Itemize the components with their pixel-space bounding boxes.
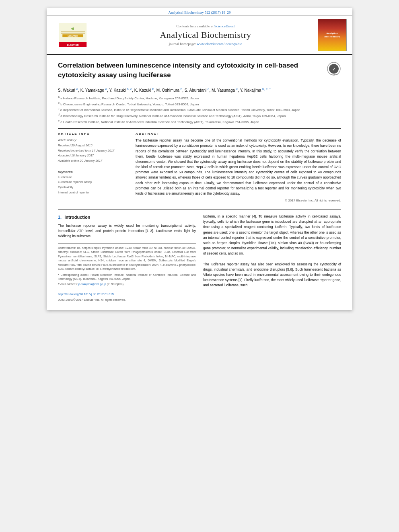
abbreviations-label: Abbreviations: bbox=[58, 246, 77, 249]
history-label: Article history: bbox=[58, 138, 128, 143]
body-col-right: luciferin, in a specific manner [4]. To … bbox=[203, 214, 341, 302]
authors: S. Wakuri a, K. Yamakage a, Y. Kazuki b,… bbox=[58, 87, 341, 92]
body-section: 1. Introduction The luciferase reporter … bbox=[58, 210, 341, 302]
corresponding-text: * Corresponding author. Health Research … bbox=[58, 273, 196, 281]
issn-notice: 0003-2697/© 2017 Elsevier Inc. All right… bbox=[58, 298, 196, 302]
journal-title-area: Contents lists available at ScienceDirec… bbox=[95, 19, 316, 51]
abstract-text: The luciferase reporter assay has become… bbox=[136, 138, 341, 196]
contents-available: Contents lists available at ScienceDirec… bbox=[99, 24, 312, 28]
affiliation-b: b b Chromosome Engineering Research Cent… bbox=[58, 101, 341, 107]
email-label: E-mail address: bbox=[58, 283, 78, 286]
homepage-link[interactable]: www.elsevier.com/locate/yabio bbox=[197, 42, 242, 46]
body-col-left: 1. Introduction The luciferase reporter … bbox=[58, 214, 196, 302]
keyword-4: Internal control reporter bbox=[58, 190, 128, 195]
keyword-2: Luciferase reporter assay bbox=[58, 180, 128, 185]
svg-rect-2 bbox=[61, 31, 85, 32]
journal-header: 🌿 ELSEVIER ELSEVIER Contents lists avail… bbox=[47, 16, 352, 55]
doi-url[interactable]: http://dx.doi.org/10.1016/j.ab.2017.01.0… bbox=[58, 292, 114, 296]
abbreviations-text: TK, herpes simplex thymidine kinase; SV4… bbox=[58, 246, 196, 271]
abstract-heading: ABSTRACT bbox=[136, 132, 341, 136]
affiliation-d: d d Biotechnology Research Institute for… bbox=[58, 113, 341, 119]
body-col2-text: luciferin, in a specific manner [4]. To … bbox=[203, 214, 341, 288]
journal-logo-box: Analytical Biochemistry bbox=[316, 19, 348, 51]
email-link[interactable]: y-nakajima@aist.go.jp bbox=[78, 283, 106, 286]
svg-text:✓: ✓ bbox=[332, 67, 335, 72]
affiliation-e: e e Health Research Institute, National … bbox=[58, 119, 341, 125]
page: Analytical Biochemistry 522 (2017) 18–29… bbox=[47, 8, 352, 310]
affiliations: a a Hatano Research Institute, Food and … bbox=[58, 95, 341, 124]
doi-link: http://dx.doi.org/10.1016/j.ab.2017.01.0… bbox=[58, 292, 196, 297]
keyword-1: Luciferase bbox=[58, 175, 128, 180]
keywords-section: Keywords: Luciferase Luciferase reporter… bbox=[58, 170, 128, 195]
journal-homepage: journal homepage: www.elsevier.com/locat… bbox=[99, 42, 312, 46]
body-two-col: 1. Introduction The luciferase reporter … bbox=[58, 214, 341, 302]
abbreviations: Abbreviations: TK, herpes simplex thymid… bbox=[58, 246, 196, 271]
article-info-heading: ARTICLE INFO bbox=[58, 132, 128, 136]
article-history: Article history: Received 29 August 2016… bbox=[58, 138, 128, 164]
crossmark-icon: ✓ CrossMark bbox=[327, 62, 341, 76]
body-col1-text: The luciferase reporter assay is widely … bbox=[58, 223, 196, 239]
corresponding-author-note: * Corresponding author. Health Research … bbox=[58, 273, 196, 281]
sciencedirect-link[interactable]: ScienceDirect bbox=[214, 24, 234, 28]
accepted-date: Accepted 18 January 2017 bbox=[58, 153, 128, 158]
article-body: Correlation between luminescence intensi… bbox=[47, 55, 352, 310]
copyright-notice: © 2017 Elsevier Inc. All rights reserved… bbox=[136, 199, 341, 202]
email-name: (Y. Nakajima). bbox=[107, 283, 124, 286]
journal-name: Analytical Biochemistry bbox=[99, 30, 312, 40]
crossmark-area: ✓ CrossMark bbox=[327, 62, 341, 78]
svg-rect-3 bbox=[61, 33, 85, 34]
elsevier-logo-icon: 🌿 ELSEVIER ELSEVIER bbox=[57, 23, 89, 47]
svg-text:CrossMark: CrossMark bbox=[330, 74, 337, 76]
svg-rect-0 bbox=[59, 23, 87, 42]
info-abstract-section: ARTICLE INFO Article history: Received 2… bbox=[58, 132, 341, 202]
svg-text:ELSEVIER: ELSEVIER bbox=[67, 44, 79, 46]
divider-info bbox=[58, 167, 128, 167]
received-date: Received 29 August 2016 bbox=[58, 143, 128, 148]
email-line: E-mail address: y-nakajima@aist.go.jp (Y… bbox=[58, 282, 196, 287]
affiliation-a: a a Hatano Research Institute, Food and … bbox=[58, 95, 341, 101]
article-info-column: ARTICLE INFO Article history: Received 2… bbox=[58, 132, 128, 202]
divider-1 bbox=[58, 128, 341, 129]
section-1-heading: 1. Introduction bbox=[58, 214, 196, 221]
keyword-3: Cytotoxicity bbox=[58, 185, 128, 190]
section-title: Introduction bbox=[64, 215, 90, 220]
ab-journal-logo: Analytical Biochemistry bbox=[318, 19, 347, 51]
section-number: 1. bbox=[58, 215, 62, 220]
svg-text:🌿: 🌿 bbox=[72, 27, 75, 31]
article-title: Correlation between luminescence intensi… bbox=[58, 61, 323, 80]
footnotes: Abbreviations: TK, herpes simplex thymid… bbox=[58, 243, 196, 287]
journal-top-bar: Analytical Biochemistry 522 (2017) 18–29 bbox=[47, 8, 352, 16]
abstract-column: ABSTRACT The luciferase reporter assay h… bbox=[136, 132, 341, 202]
journal-citation: Analytical Biochemistry 522 (2017) 18–29 bbox=[169, 10, 231, 14]
publisher-logo-area: 🌿 ELSEVIER ELSEVIER bbox=[51, 19, 95, 51]
available-date: Available online 20 January 2017 bbox=[58, 158, 128, 164]
svg-text:ELSEVIER: ELSEVIER bbox=[68, 35, 78, 37]
received-revised-date: Received in revised form 17 January 2017 bbox=[58, 148, 128, 154]
affiliation-c: c c Department of Biomedical Science, In… bbox=[58, 107, 341, 113]
